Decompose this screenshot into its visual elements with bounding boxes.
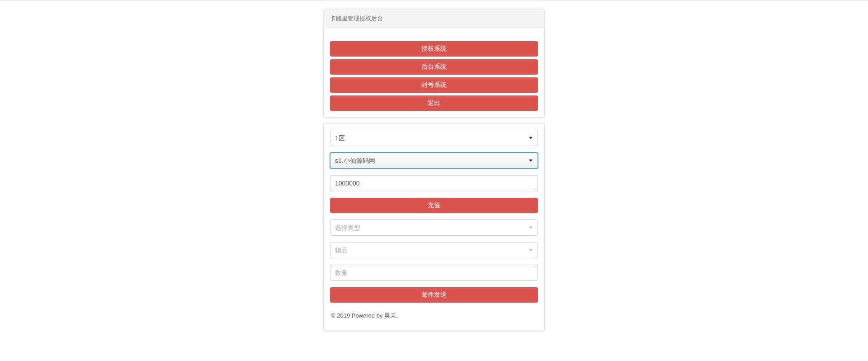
region-select-value: 1区 [330,130,538,146]
recharge-button[interactable]: 充值 [330,198,538,213]
logout-button[interactable]: 退出 [330,95,538,111]
server-select[interactable]: s1.小仙源码网 [330,152,538,169]
item-select[interactable]: 物品 [330,242,538,258]
region-select[interactable]: 1区 [330,130,538,146]
auth-system-button[interactable]: 授权系统 [330,41,538,57]
type-select-placeholder: 选择类型 [330,219,538,236]
panel-title: 卡路里管理授权后台 [324,10,544,28]
form-body: 1区 s1.小仙源码网 充值 [324,124,544,331]
nav-panel: 卡路里管理授权后台 授权系统 后台系统 封号系统 退出 [323,10,545,118]
amount-input[interactable] [330,175,538,191]
footer-text: © 2019 Powered by 昊天。 [330,309,538,324]
quantity-input[interactable] [330,265,538,281]
form-panel: 1区 s1.小仙源码网 充值 [323,123,545,331]
ban-system-button[interactable]: 封号系统 [330,77,538,93]
server-select-value: s1.小仙源码网 [330,152,538,169]
type-select[interactable]: 选择类型 [330,219,538,236]
nav-body: 授权系统 后台系统 封号系统 退出 [324,28,544,117]
backend-system-button[interactable]: 后台系统 [330,59,538,75]
item-select-placeholder: 物品 [330,242,538,258]
mail-send-button[interactable]: 邮件发送 [330,287,538,303]
